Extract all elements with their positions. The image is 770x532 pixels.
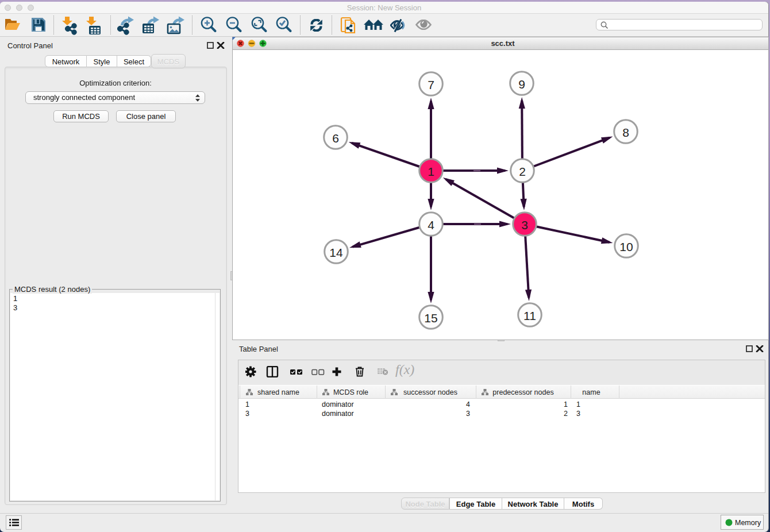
svg-text:8: 8: [622, 126, 629, 139]
svg-text:10: 10: [619, 240, 633, 253]
svg-text:7: 7: [428, 78, 434, 91]
svg-text:2: 2: [519, 165, 526, 178]
svg-text:6: 6: [332, 132, 339, 145]
svg-text:9: 9: [518, 78, 525, 91]
svg-text:1: 1: [428, 165, 434, 178]
svg-text:3: 3: [521, 218, 528, 232]
svg-text:14: 14: [329, 246, 343, 259]
svg-text:11: 11: [523, 309, 536, 322]
svg-text:4: 4: [428, 218, 434, 232]
svg-text:15: 15: [424, 311, 437, 325]
